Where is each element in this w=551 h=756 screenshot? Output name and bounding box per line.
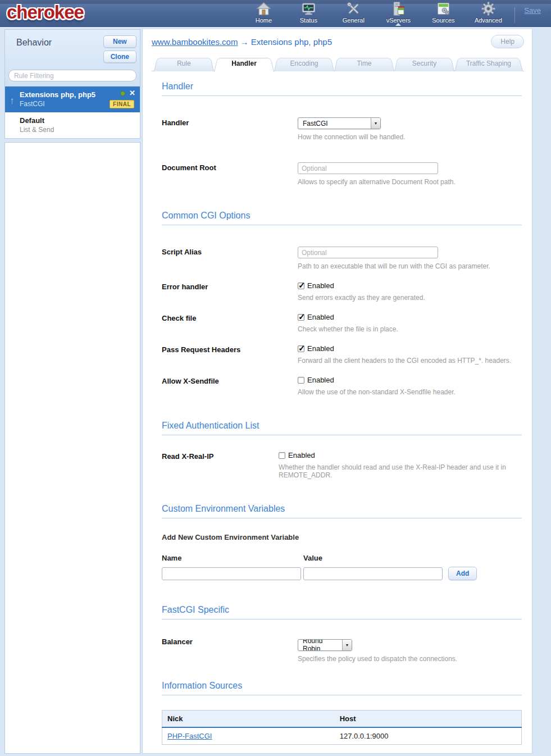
error-handler-checkbox[interactable] [298, 283, 304, 289]
add-env-var-button[interactable]: Add [448, 567, 477, 580]
final-badge: FINAL [110, 100, 134, 108]
close-icon[interactable] [129, 90, 135, 96]
allow-x-sendfile-checkbox[interactable] [298, 377, 304, 384]
read-x-real-ip-checkbox[interactable] [279, 452, 285, 459]
nav-label: Status [300, 17, 317, 24]
section-title: FastCGI Specific [162, 605, 522, 615]
field-help: Allows to specify an alternative Documen… [298, 178, 456, 186]
document-root-input[interactable] [298, 162, 438, 174]
handler-select[interactable]: FastCGI [298, 117, 381, 129]
table-row: PHP-FastCGI 127.0.0.1:9000 [162, 727, 522, 745]
dropdown-arrow-icon [342, 640, 352, 650]
tab-rule[interactable]: Rule [154, 56, 214, 71]
source-nick-link[interactable]: PHP-FastCGI [167, 732, 212, 740]
field-help: Check whether the file is in place. [298, 325, 398, 333]
section-title: Information Sources [162, 681, 522, 691]
field-help: Specifies the policy used to dispatch th… [298, 655, 457, 663]
nav-item-home[interactable]: Home [248, 1, 279, 24]
section-title: Handler [162, 81, 522, 92]
top-header: cherokee Home Status [0, 0, 551, 27]
nav-item-vservers[interactable]: vServers [383, 1, 413, 24]
section-divider [162, 95, 522, 96]
nav-item-advanced[interactable]: Advanced [473, 1, 503, 24]
help-button[interactable]: Help [491, 35, 524, 48]
breadcrumb-rule: Extensions php, php5 [251, 37, 332, 47]
env-value-label: Value [303, 554, 443, 562]
section-handler: Handler Handler FastCGI How the connecti… [162, 81, 522, 186]
check-file-checkbox[interactable] [298, 314, 304, 321]
checkbox-label: Enabled [307, 281, 334, 290]
breadcrumb: www.bambookites.com → Extensions php, ph… [152, 35, 332, 47]
tools-icon [346, 1, 361, 16]
drag-handle-icon[interactable] [10, 95, 15, 107]
section-title: Custom Environment Variables [162, 504, 522, 514]
pass-request-headers-checkbox[interactable] [298, 345, 304, 352]
new-rule-button[interactable]: New [103, 35, 136, 48]
information-sources-table: Nick Host PHP-FastCGI 127.0.0.1:9000 [162, 710, 522, 745]
field-help: Forward all the client headers to the CG… [298, 357, 511, 365]
field-help: Path to an executable that will be run w… [298, 262, 490, 270]
field-label-handler: Handler [162, 117, 298, 127]
behavior-panel-header: Behavior New Clone [5, 30, 140, 86]
env-name-input[interactable] [162, 567, 301, 580]
main-panel: www.bambookites.com → Extensions php, ph… [142, 29, 532, 754]
checkbox-label: Enabled [307, 344, 334, 353]
section-divider [162, 225, 522, 225]
field-label-allow-x-sendfile: Allow X-Sendfile [162, 376, 298, 385]
nav-separator [514, 7, 515, 23]
column-header-host: Host [335, 710, 522, 727]
field-label-read-x-real-ip: Read X-Real-IP [162, 451, 279, 461]
tab-content: Handler Handler FastCGI How the connecti… [152, 81, 524, 754]
section-fixed-auth: Fixed Authentication List Read X-Real-IP… [162, 421, 522, 479]
balancer-select[interactable]: Round Robin [298, 639, 352, 651]
rule-tabs: Rule Handler Encoding Time Security Traf… [152, 56, 524, 71]
section-divider [162, 619, 522, 620]
field-help: Allow the use of the non-standard X-Send… [298, 388, 456, 396]
section-title: Fixed Authentication List [162, 421, 522, 431]
section-fastcgi-specific: FastCGI Specific Balancer Round Robin Sp… [162, 605, 522, 663]
save-button[interactable]: Save [524, 6, 541, 20]
section-divider [162, 435, 522, 435]
section-custom-env: Custom Environment Variables Add New Cus… [162, 504, 522, 580]
home-icon [256, 1, 271, 16]
tab-encoding[interactable]: Encoding [274, 56, 334, 71]
section-divider [162, 518, 522, 518]
nav-item-general[interactable]: General [338, 1, 368, 24]
section-title: Common CGI Options [162, 211, 522, 221]
rule-name: Extensions php, php5 [20, 90, 135, 99]
field-help: Send errors exactly as they are generate… [298, 294, 425, 302]
field-label-error-handler: Error handler [162, 281, 298, 291]
main-nav: Home Status General [248, 1, 503, 25]
script-alias-input[interactable] [298, 247, 438, 258]
behavior-panel: Behavior New Clone Extensions php, php5 … [4, 29, 140, 139]
tab-time[interactable]: Time [334, 56, 394, 71]
nav-item-sources[interactable]: Sources [428, 1, 458, 24]
rule-item-extensions-php[interactable]: Extensions php, php5 FastCGI FINAL [5, 86, 140, 112]
tab-handler[interactable]: Handler [214, 56, 274, 72]
cherokee-logo: cherokee [7, 2, 84, 23]
tab-security[interactable]: Security [394, 56, 454, 71]
rule-item-default[interactable]: Default List & Send [5, 112, 140, 138]
breadcrumb-host-link[interactable]: www.bambookites.com [152, 37, 238, 47]
server-icon [391, 1, 406, 16]
nav-label: Sources [432, 17, 454, 24]
nav-label: Advanced [475, 17, 502, 24]
rule-list: Extensions php, php5 FastCGI FINAL Defau… [5, 86, 140, 138]
source-host-value: 127.0.0.1:9000 [335, 727, 522, 745]
rule-handler-label: List & Send [20, 126, 135, 134]
field-label-balancer: Balancer [162, 636, 298, 646]
nav-item-status[interactable]: Status [293, 1, 324, 24]
sidebar-title: Behavior [8, 35, 103, 63]
checkbox-label: Enabled [307, 313, 334, 321]
tab-traffic-shaping[interactable]: Traffic Shaping [454, 56, 523, 71]
checkbox-label: Enabled [307, 376, 334, 384]
clone-rule-button[interactable]: Clone [103, 51, 136, 63]
nav-label: vServers [386, 17, 411, 24]
field-label-script-alias: Script Alias [162, 247, 298, 256]
field-label-check-file: Check file [162, 313, 298, 322]
window-gears-icon [436, 1, 451, 16]
section-divider [162, 695, 522, 695]
env-value-input[interactable] [303, 567, 443, 580]
rule-filter-input[interactable] [8, 70, 136, 81]
rule-name: Default [20, 116, 135, 125]
